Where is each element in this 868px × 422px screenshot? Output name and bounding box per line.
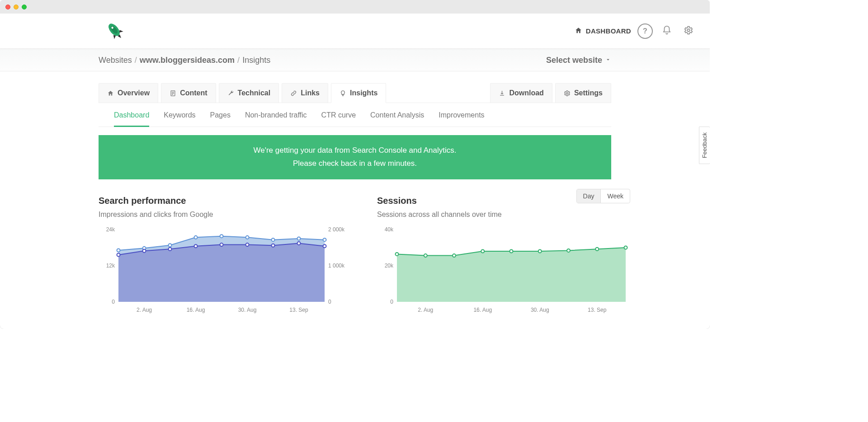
subtab-keywords[interactable]: Keywords bbox=[164, 111, 195, 127]
breadcrumb-root[interactable]: Websites bbox=[99, 56, 132, 65]
tab-technical-label: Technical bbox=[238, 89, 271, 97]
tab-insights[interactable]: Insights bbox=[331, 83, 386, 103]
toggle-day[interactable]: Day bbox=[577, 189, 601, 203]
breadcrumb-site[interactable]: www.bloggersideas.com bbox=[140, 56, 235, 65]
svg-text:12k: 12k bbox=[106, 263, 115, 269]
svg-text:1 000k: 1 000k bbox=[328, 263, 345, 269]
loading-banner: We're getting your data from Search Cons… bbox=[99, 135, 611, 179]
select-website-dropdown[interactable]: Select website bbox=[546, 56, 611, 65]
svg-point-25 bbox=[143, 249, 146, 252]
svg-text:0: 0 bbox=[328, 299, 331, 305]
tab-content-label: Content bbox=[180, 89, 207, 97]
subtab-improvements[interactable]: Improvements bbox=[439, 111, 484, 127]
svg-point-45 bbox=[538, 249, 542, 253]
subtab-non-branded[interactable]: Non-branded traffic bbox=[245, 111, 307, 127]
window-minimize-dot[interactable] bbox=[14, 5, 19, 9]
select-website-label: Select website bbox=[546, 56, 602, 65]
tab-insights-label: Insights bbox=[350, 89, 377, 97]
tab-links[interactable]: Links bbox=[282, 83, 328, 103]
document-icon bbox=[170, 90, 176, 97]
svg-text:20k: 20k bbox=[385, 263, 394, 269]
sessions-panel: Sessions Day Week Sessions across all ch… bbox=[377, 196, 630, 315]
toggle-week[interactable]: Week bbox=[600, 189, 630, 203]
gear-icon bbox=[564, 90, 571, 97]
wrench-icon bbox=[227, 90, 234, 97]
breadcrumb-bar: Websites / www.bloggersideas.com / Insig… bbox=[0, 49, 710, 71]
link-icon bbox=[290, 90, 297, 97]
banner-line2: Please check back in a few minutes. bbox=[112, 157, 598, 170]
svg-text:0: 0 bbox=[390, 299, 393, 305]
svg-point-32 bbox=[323, 244, 326, 248]
subtab-dashboard[interactable]: Dashboard bbox=[114, 111, 149, 127]
chevron-down-icon bbox=[605, 56, 611, 65]
download-label: Download bbox=[509, 89, 543, 97]
subtab-ctr-curve[interactable]: CTR curve bbox=[321, 111, 356, 127]
lightbulb-icon bbox=[340, 90, 346, 97]
sessions-chart: 020k40k2. Aug16. Aug30. Aug13. Sep bbox=[377, 225, 630, 315]
bell-icon bbox=[662, 25, 672, 37]
dashboard-link[interactable]: DASHBOARD bbox=[575, 27, 631, 36]
svg-text:30. Aug: 30. Aug bbox=[238, 307, 257, 313]
svg-point-17 bbox=[169, 244, 172, 247]
settings-button[interactable]: Settings bbox=[555, 83, 611, 103]
download-icon bbox=[499, 90, 505, 97]
svg-point-28 bbox=[220, 243, 223, 246]
settings-label: Settings bbox=[574, 89, 603, 97]
window-close-dot[interactable] bbox=[5, 5, 10, 9]
svg-point-22 bbox=[297, 237, 301, 240]
banner-line1: We're getting your data from Search Cons… bbox=[112, 144, 598, 157]
svg-text:2. Aug: 2. Aug bbox=[137, 307, 152, 313]
download-button[interactable]: Download bbox=[490, 83, 552, 103]
svg-point-29 bbox=[246, 243, 249, 246]
primary-tabs: Overview Content Technical Links Insight… bbox=[99, 71, 611, 103]
help-button[interactable]: ? bbox=[637, 23, 653, 39]
sessions-chart-subtitle: Sessions across all channels over time bbox=[377, 211, 630, 219]
svg-text:2 000k: 2 000k bbox=[328, 226, 345, 233]
svg-point-31 bbox=[297, 242, 301, 245]
svg-text:13. Sep: 13. Sep bbox=[289, 307, 308, 313]
svg-point-40 bbox=[396, 253, 399, 256]
sessions-range-toggle: Day Week bbox=[576, 189, 630, 203]
svg-text:24k: 24k bbox=[106, 226, 115, 233]
svg-text:0: 0 bbox=[112, 299, 115, 305]
tab-overview-label: Overview bbox=[118, 89, 150, 97]
svg-point-20 bbox=[246, 236, 249, 239]
app-header: DASHBOARD ? bbox=[0, 14, 710, 49]
svg-point-15 bbox=[117, 249, 120, 252]
svg-point-3 bbox=[687, 29, 690, 32]
gear-icon bbox=[684, 25, 693, 37]
svg-point-21 bbox=[272, 238, 275, 241]
tab-overview[interactable]: Overview bbox=[99, 83, 158, 103]
svg-point-47 bbox=[595, 247, 599, 250]
svg-point-26 bbox=[169, 247, 172, 250]
settings-header-button[interactable] bbox=[681, 23, 696, 39]
feedback-tab[interactable]: Feedback bbox=[699, 127, 710, 164]
svg-point-23 bbox=[323, 238, 326, 241]
window-zoom-dot[interactable] bbox=[22, 5, 27, 9]
notifications-button[interactable] bbox=[659, 23, 675, 39]
svg-text:30. Aug: 30. Aug bbox=[531, 307, 549, 313]
search-chart: 012k24k01 000k2 000k2. Aug16. Aug30. Aug… bbox=[99, 225, 352, 315]
svg-point-42 bbox=[453, 254, 456, 257]
search-chart-subtitle: Impressions and clicks from Google bbox=[99, 211, 352, 219]
window-titlebar bbox=[0, 0, 710, 14]
breadcrumb: Websites / www.bloggersideas.com / Insig… bbox=[99, 56, 270, 65]
svg-text:16. Aug: 16. Aug bbox=[187, 307, 205, 313]
subtab-pages[interactable]: Pages bbox=[210, 111, 231, 127]
svg-text:2. Aug: 2. Aug bbox=[418, 307, 433, 313]
svg-text:40k: 40k bbox=[385, 226, 394, 233]
breadcrumb-sep: / bbox=[237, 56, 240, 65]
svg-point-30 bbox=[272, 244, 275, 247]
svg-point-46 bbox=[567, 249, 570, 252]
subtab-content-analysis[interactable]: Content Analysis bbox=[370, 111, 424, 127]
svg-point-43 bbox=[481, 249, 484, 253]
tab-content[interactable]: Content bbox=[161, 83, 216, 103]
breadcrumb-sep: / bbox=[135, 56, 137, 65]
search-performance-panel: Search performance Impressions and click… bbox=[99, 196, 352, 315]
help-icon: ? bbox=[643, 27, 647, 35]
secondary-tabs: Dashboard Keywords Pages Non-branded tra… bbox=[99, 103, 611, 127]
svg-point-18 bbox=[194, 236, 198, 239]
tab-technical[interactable]: Technical bbox=[219, 83, 279, 103]
svg-point-48 bbox=[624, 246, 627, 249]
svg-point-41 bbox=[424, 254, 427, 257]
